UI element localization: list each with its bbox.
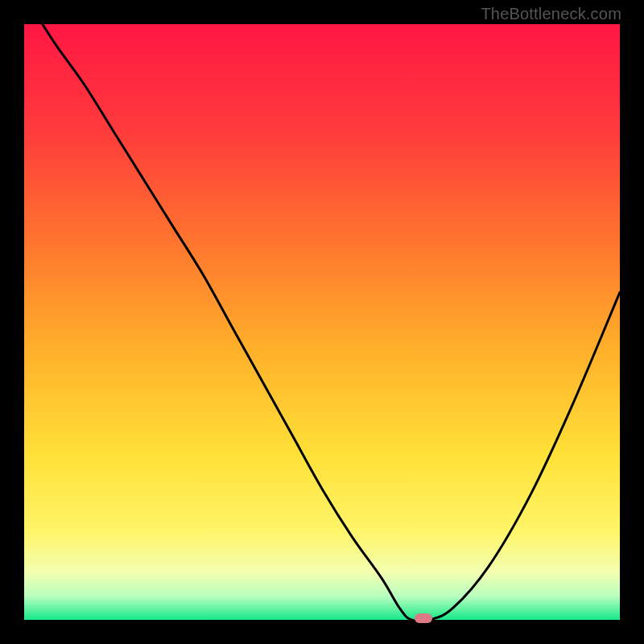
optimum-marker	[415, 613, 432, 623]
watermark-label: TheBottleneck.com	[481, 5, 621, 23]
bottleneck-curve	[24, 24, 620, 620]
plot-area	[24, 24, 620, 620]
chart-frame: TheBottleneck.com	[0, 0, 644, 644]
